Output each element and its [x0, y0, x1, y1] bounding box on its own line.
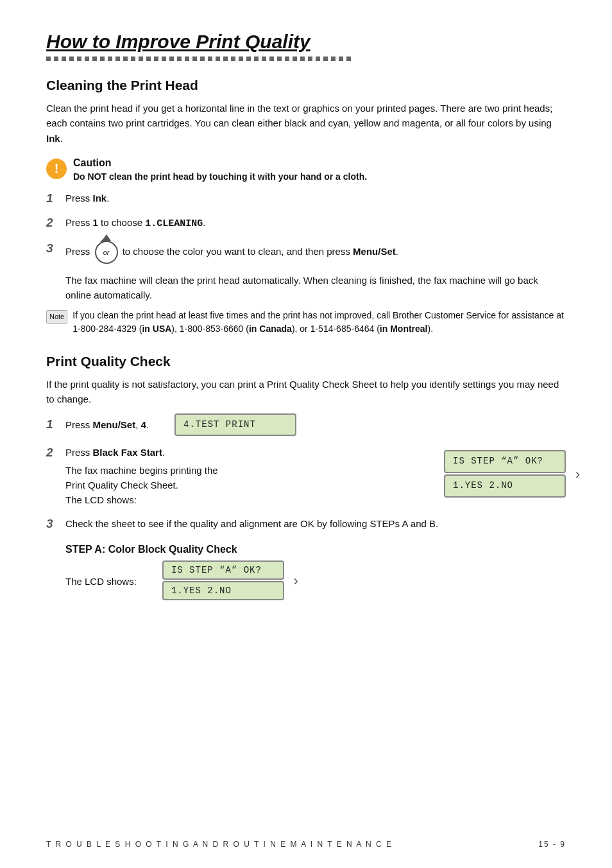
pq-step-2: 2 Press Black Fax Start. The fax machine… — [46, 445, 566, 507]
page-title: How to Improve Print Quality — [46, 31, 566, 53]
step-num-2: 2 — [46, 215, 59, 231]
pq-step-1-lcd: 4.TEST PRINT — [174, 413, 296, 437]
page-container: How to Improve Print Quality Cleaning th… — [0, 0, 612, 658]
pq-step-num-3: 3 — [46, 516, 59, 532]
pq-step-3: 3 Check the sheet to see if the quality … — [46, 516, 566, 532]
step-num-3: 3 — [46, 241, 59, 257]
cleaning-intro: Clean the print head if you get a horizo… — [46, 101, 566, 146]
step-2-content: Press 1 to choose 1.CLEANING. — [65, 215, 566, 231]
pq-step-2-content: Press Black Fax Start. The fax machine b… — [65, 445, 566, 507]
title-divider — [46, 56, 566, 61]
pq-step-num-1: 1 — [46, 417, 59, 433]
pq-step-2-lcd-area: IS STEP “A” OK? 1.YES 2.NO › — [444, 450, 566, 498]
note-block: Note If you clean the print head at leas… — [46, 309, 566, 336]
step-a-lcd-line1: IS STEP “A” OK? — [162, 560, 284, 580]
lcd-arrow-icon: › — [575, 464, 580, 485]
pq-step-1: 1 Press Menu/Set, 4. 4.TEST PRINT — [46, 413, 566, 437]
caution-content: Caution Do NOT clean the print head by t… — [73, 157, 367, 182]
print-quality-section: Print Quality Check If the print quality… — [46, 354, 566, 602]
step-a-lcd-line2: 1.YES 2.NO — [162, 581, 284, 600]
print-quality-steps: 1 Press Menu/Set, 4. 4.TEST PRINT 2 Pres… — [46, 413, 566, 532]
cleaning-step-2: 2 Press 1 to choose 1.CLEANING. — [46, 215, 566, 231]
cleaning-after-text: The fax machine will clean the print hea… — [65, 273, 566, 303]
caution-text: Do NOT clean the print head by touching … — [73, 171, 367, 182]
step-a-lcd-wrapper: IS STEP “A” OK? 1.YES 2.NO › — [162, 560, 284, 602]
print-quality-intro: If the print quality is not satisfactory… — [46, 377, 566, 407]
pq-step-2-lcd-line1: IS STEP “A” OK? — [444, 450, 566, 473]
footer-right: 15 - 9 — [538, 840, 566, 849]
step-1-content: Press Ink. — [65, 191, 566, 205]
caution-block: ! Caution Do NOT clean the print head by… — [46, 157, 566, 182]
step-a-lcd-row: The LCD shows: IS STEP “A” OK? 1.YES 2.N… — [65, 560, 566, 602]
pq-step-num-2: 2 — [46, 445, 59, 461]
or-symbol: or — [95, 241, 118, 264]
print-quality-heading: Print Quality Check — [46, 354, 566, 369]
note-text: If you clean the print head at least fiv… — [72, 309, 566, 336]
page-footer: T R O U B L E S H O O T I N G A N D R O … — [0, 840, 612, 849]
cleaning-step-3: 3 Press or to choose the color you want … — [46, 241, 566, 264]
footer-left: T R O U B L E S H O O T I N G A N D R O … — [46, 840, 393, 849]
note-badge: Note — [46, 310, 67, 324]
pq-step-1-lcd-wrapper: 4.TEST PRINT — [174, 413, 296, 437]
step-a-block: STEP A: Color Block Quality Check The LC… — [65, 544, 566, 602]
pq-step-1-content: Press Menu/Set, 4. 4.TEST PRINT — [65, 413, 566, 437]
cleaning-step-1: 1 Press Ink. — [46, 191, 566, 207]
svg-marker-0 — [102, 234, 111, 241]
step-a-heading: STEP A: Color Block Quality Check — [65, 544, 566, 555]
cleaning-section: Cleaning the Print Head Clean the print … — [46, 78, 566, 336]
arrow-up-icon — [102, 234, 111, 241]
pq-step-2-lcd-wrapper: IS STEP “A” OK? 1.YES 2.NO › — [444, 450, 566, 498]
caution-title: Caution — [73, 157, 367, 169]
cleaning-steps: 1 Press Ink. 2 Press 1 to choose 1.CLEAN… — [46, 191, 566, 264]
step-3-content: Press or to choose the color you want to… — [65, 241, 566, 264]
cleaning-section-heading: Cleaning the Print Head — [46, 78, 566, 93]
caution-icon: ! — [46, 159, 67, 179]
pq-step-3-content: Check the sheet to see if the quality an… — [65, 516, 566, 531]
step-a-lcd-arrow-icon: › — [294, 573, 298, 589]
pq-step-2-lcd-line2: 1.YES 2.NO — [444, 474, 566, 498]
step-a-lcd-label: The LCD shows: — [65, 576, 137, 587]
step-num-1: 1 — [46, 191, 59, 207]
